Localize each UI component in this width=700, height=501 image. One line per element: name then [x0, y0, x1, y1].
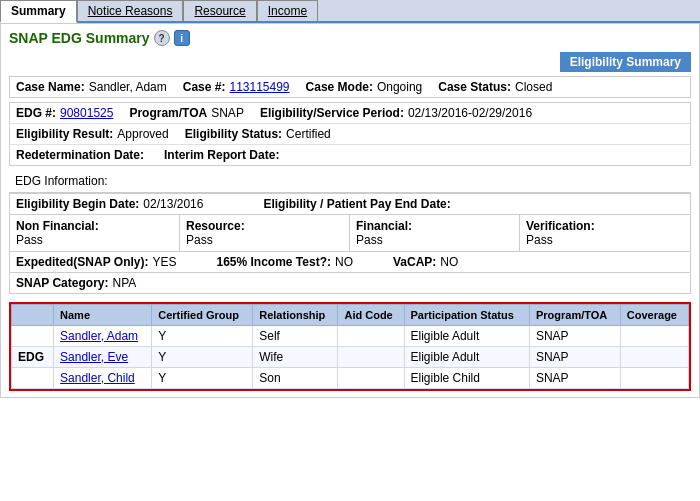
member-table-wrapper: Name Certified Group Relationship Aid Co…: [9, 302, 691, 391]
case-number-link[interactable]: 113115499: [229, 80, 289, 94]
case-status-label: Case Status:: [438, 80, 511, 94]
edg-number-label: EDG #:: [16, 106, 56, 120]
tests-grid: Non Financial: Pass Resource: Pass Finan…: [10, 215, 690, 252]
case-status-value: Closed: [515, 80, 552, 94]
resource-label: Resource:: [186, 219, 245, 233]
eligibility-status-value: Certified: [286, 127, 331, 141]
expedited-label: Expedited(SNAP Only):: [16, 255, 148, 269]
member-name[interactable]: Sandler, Child: [54, 368, 152, 389]
begin-date-value: 02/13/2016: [143, 197, 203, 211]
col-header-participation-status: Participation Status: [404, 305, 529, 326]
case-mode-field: Case Mode: Ongoing: [306, 80, 423, 94]
financial-field: Financial:: [356, 219, 513, 233]
member-relationship: Wife: [253, 347, 338, 368]
eligibility-service-label: Eligibility/Service Period:: [260, 106, 404, 120]
member-aid-code: [338, 347, 404, 368]
col-header-row-label: [12, 305, 54, 326]
snap-category-row: SNAP Category: NPA: [10, 273, 690, 293]
member-name-link[interactable]: Sandler, Adam: [60, 329, 138, 343]
program-toa-value: SNAP: [211, 106, 244, 120]
end-date-label: Eligibility / Patient Pay End Date:: [263, 197, 450, 211]
member-participation-status: Eligible Adult: [404, 347, 529, 368]
program-toa-field: Program/TOA SNAP: [129, 106, 243, 120]
case-mode-value: Ongoing: [377, 80, 422, 94]
row-label-cell: [12, 368, 54, 389]
col-header-relationship: Relationship: [253, 305, 338, 326]
financial-value: Pass: [356, 233, 513, 247]
edg-number-link[interactable]: 90801525: [60, 106, 113, 120]
case-info-row: Case Name: Sandler, Adam Case #: 1131154…: [10, 77, 690, 97]
member-name[interactable]: Sandler, Eve: [54, 347, 152, 368]
verification-label: Verification:: [526, 219, 595, 233]
eligibility-service-field: Eligibility/Service Period: 02/13/2016-0…: [260, 106, 532, 120]
non-financial-cell: Non Financial: Pass: [10, 215, 180, 251]
verification-value: Pass: [526, 233, 684, 247]
row-label-cell: EDG: [12, 347, 54, 368]
income-test-field: 165% Income Test?: NO: [216, 255, 352, 269]
eligibility-summary-button[interactable]: Eligibility Summary: [560, 52, 691, 72]
non-financial-value: Pass: [16, 233, 173, 247]
program-toa-label: Program/TOA: [129, 106, 207, 120]
edg-row-3: Redetermination Date: Interim Report Dat…: [10, 145, 690, 165]
member-aid-code: [338, 368, 404, 389]
col-header-program-toa: Program/TOA: [529, 305, 620, 326]
tab-resource[interactable]: Resource: [183, 0, 256, 21]
snap-category-field: SNAP Category: NPA: [16, 276, 684, 290]
vacap-label: VaCAP:: [393, 255, 436, 269]
member-relationship: Self: [253, 326, 338, 347]
member-program-toa: SNAP: [529, 347, 620, 368]
member-program-toa: SNAP: [529, 368, 620, 389]
dates-section: Eligibility Begin Date: 02/13/2016 Eligi…: [9, 193, 691, 294]
member-coverage: [620, 368, 688, 389]
additional-row-1: Expedited(SNAP Only): YES 165% Income Te…: [10, 252, 690, 273]
tab-summary[interactable]: Summary: [0, 0, 77, 23]
eligibility-summary-bar: Eligibility Summary: [9, 52, 691, 72]
member-name[interactable]: Sandler, Adam: [54, 326, 152, 347]
member-name-link[interactable]: Sandler, Child: [60, 371, 135, 385]
case-number-field: Case #: 113115499: [183, 80, 290, 94]
verification-cell: Verification: Pass: [520, 215, 690, 251]
col-header-aid-code: Aid Code: [338, 305, 404, 326]
table-row: Sandler, ChildYSonEligible ChildSNAP: [12, 368, 689, 389]
member-table: Name Certified Group Relationship Aid Co…: [11, 304, 689, 389]
help-icon[interactable]: ?: [154, 30, 170, 46]
member-relationship: Son: [253, 368, 338, 389]
info-icon[interactable]: i: [174, 30, 190, 46]
member-aid-code: [338, 326, 404, 347]
tab-income[interactable]: Income: [257, 0, 318, 21]
case-name-label: Case Name:: [16, 80, 85, 94]
col-header-certified-group: Certified Group: [152, 305, 253, 326]
begin-date-label: Eligibility Begin Date:: [16, 197, 139, 211]
resource-value: Pass: [186, 233, 343, 247]
vacap-value: NO: [440, 255, 458, 269]
member-coverage: [620, 326, 688, 347]
col-header-coverage: Coverage: [620, 305, 688, 326]
edg-info-section: EDG #: 90801525 Program/TOA SNAP Eligibi…: [9, 102, 691, 166]
expedited-value: YES: [152, 255, 176, 269]
tab-notice-reasons[interactable]: Notice Reasons: [77, 0, 184, 21]
member-coverage: [620, 347, 688, 368]
table-row: EDGSandler, EveYWifeEligible AdultSNAP: [12, 347, 689, 368]
col-header-name: Name: [54, 305, 152, 326]
page-title: SNAP EDG Summary: [9, 30, 150, 46]
non-financial-field: Non Financial:: [16, 219, 173, 233]
member-participation-status: Eligible Child: [404, 368, 529, 389]
case-info-section: Case Name: Sandler, Adam Case #: 1131154…: [9, 76, 691, 98]
non-financial-label: Non Financial:: [16, 219, 99, 233]
member-participation-status: Eligible Adult: [404, 326, 529, 347]
member-certified-group: Y: [152, 347, 253, 368]
case-mode-label: Case Mode:: [306, 80, 373, 94]
snap-category-value: NPA: [112, 276, 136, 290]
begin-date-field: Eligibility Begin Date: 02/13/2016: [16, 197, 203, 211]
member-name-link[interactable]: Sandler, Eve: [60, 350, 128, 364]
eligibility-result-label: Eligibility Result:: [16, 127, 113, 141]
case-name-field: Case Name: Sandler, Adam: [16, 80, 167, 94]
member-certified-group: Y: [152, 326, 253, 347]
eligibility-status-label: Eligibility Status:: [185, 127, 282, 141]
edg-row-1: EDG #: 90801525 Program/TOA SNAP Eligibi…: [10, 103, 690, 124]
financial-label: Financial:: [356, 219, 412, 233]
member-table-header-row: Name Certified Group Relationship Aid Co…: [12, 305, 689, 326]
eligibility-service-value: 02/13/2016-02/29/2016: [408, 106, 532, 120]
end-date-field: Eligibility / Patient Pay End Date:: [263, 197, 454, 211]
income-test-value: NO: [335, 255, 353, 269]
